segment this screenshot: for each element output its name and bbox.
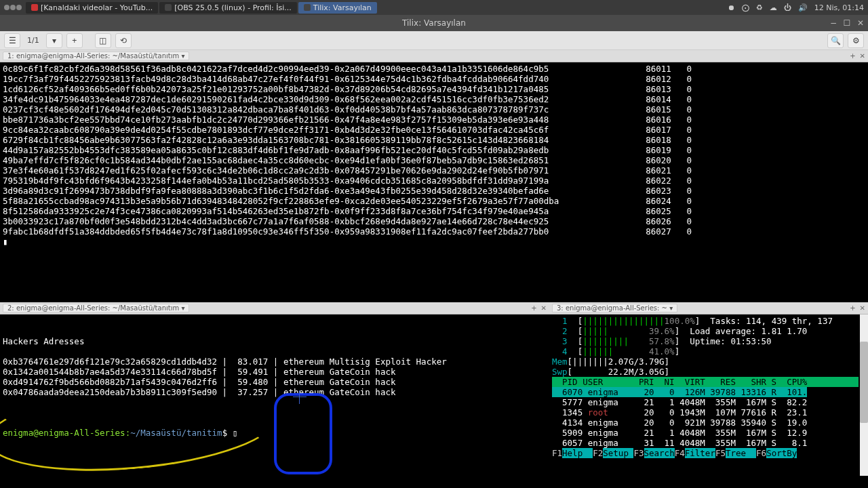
tray-icon[interactable]: ♻ xyxy=(756,3,763,12)
desktop-top-panel: [Kanaldaki videolar - YouTub...[OBS 25.0… xyxy=(0,0,868,15)
pane2-add-button[interactable]: + xyxy=(531,304,536,312)
tray-icon[interactable]: ⨀ xyxy=(742,3,749,12)
taskbar-tab[interactable]: [OBS 25.0.5 (linux) - Profil: İsi... xyxy=(159,2,297,14)
close-button[interactable]: ✕ xyxy=(856,18,865,28)
clock: 12 Nis, 01:14 xyxy=(814,3,864,12)
pane3-close-button[interactable]: ✕ xyxy=(860,304,865,312)
pane2-tabbar: 2: enigma@enigma-All-Series: ~/Masaüstü/… xyxy=(0,302,549,314)
window-title: Tilix: Varsayılan xyxy=(402,18,466,28)
taskbar-tab[interactable]: Tilix: Varsayılan xyxy=(298,2,377,14)
minimize-button[interactable]: − xyxy=(829,18,838,28)
session-indicator: 1/1 xyxy=(24,36,42,45)
reset-button[interactable]: ⟲ xyxy=(115,33,132,48)
window-titlebar: Tilix: Varsayılan − ☐ ✕ xyxy=(0,15,868,31)
search-button[interactable]: 🔍 xyxy=(827,33,844,48)
pane3-title[interactable]: 3: enigma@enigma-All-Series: ~ ▾ xyxy=(552,304,677,312)
pane1-title[interactable]: 1: enigma@enigma-All-Series: ~/Masaüstü/… xyxy=(3,52,189,60)
tray-icon[interactable]: 🔊 xyxy=(798,3,808,12)
add-session-button[interactable]: + xyxy=(66,33,83,48)
taskbar-tabs: [Kanaldaki videolar - YouTub...[OBS 25.0… xyxy=(26,2,377,14)
pane3-tabbar: 3: enigma@enigma-All-Series: ~ ▾ + ✕ xyxy=(549,302,868,314)
tray-icon[interactable]: ☁ xyxy=(770,3,777,12)
pane1-tabbar: 1: enigma@enigma-All-Series: ~/Masaüstü/… xyxy=(0,50,868,62)
maximize-button[interactable]: ☐ xyxy=(842,18,852,28)
tray-icon[interactable]: ⏻ xyxy=(784,3,791,12)
settings-button[interactable]: ⚙ xyxy=(848,33,864,48)
terminal-1-output[interactable]: 0c89c6f1fc82cbf2d6a398d58561f36adb8c0421… xyxy=(0,62,868,302)
tray-icon[interactable]: ⏺ xyxy=(728,3,735,12)
pane3-scrollbar[interactable] xyxy=(860,314,868,476)
window-control-dots xyxy=(4,5,22,10)
system-tray: ⏺ ⨀ ♻ ☁ ⏻ 🔊 12 Nis, 01:14 xyxy=(728,3,864,12)
terminal-3-htop[interactable]: 1 [||||||||||||||||100.0%] Tasks: 114, 4… xyxy=(549,314,868,488)
terminal-2-output[interactable]: Hackers Adresses 0xb3764761e297d6f121e79… xyxy=(0,314,549,488)
tilix-toolbar: ☰ 1/1 ▾ + ◫ ⟲ 🔍 ⚙ xyxy=(0,31,868,50)
session-dropdown-button[interactable]: ▾ xyxy=(46,33,62,48)
new-window-button[interactable]: ◫ xyxy=(95,33,111,48)
pane2-close-button[interactable]: ✕ xyxy=(541,304,547,312)
tilix-window: Tilix: Varsayılan − ☐ ✕ ☰ 1/1 ▾ + ◫ ⟲ 🔍 … xyxy=(0,15,868,488)
pane3-add-button[interactable]: + xyxy=(850,304,855,312)
pane1-add-button[interactable]: + xyxy=(850,52,855,60)
taskbar-tab[interactable]: [Kanaldaki videolar - YouTub... xyxy=(26,2,158,14)
pane2-title[interactable]: 2: enigma@enigma-All-Series: ~/Masaüstü/… xyxy=(3,304,189,312)
pane1-close-button[interactable]: ✕ xyxy=(860,52,865,60)
menu-button[interactable]: ☰ xyxy=(4,33,20,48)
